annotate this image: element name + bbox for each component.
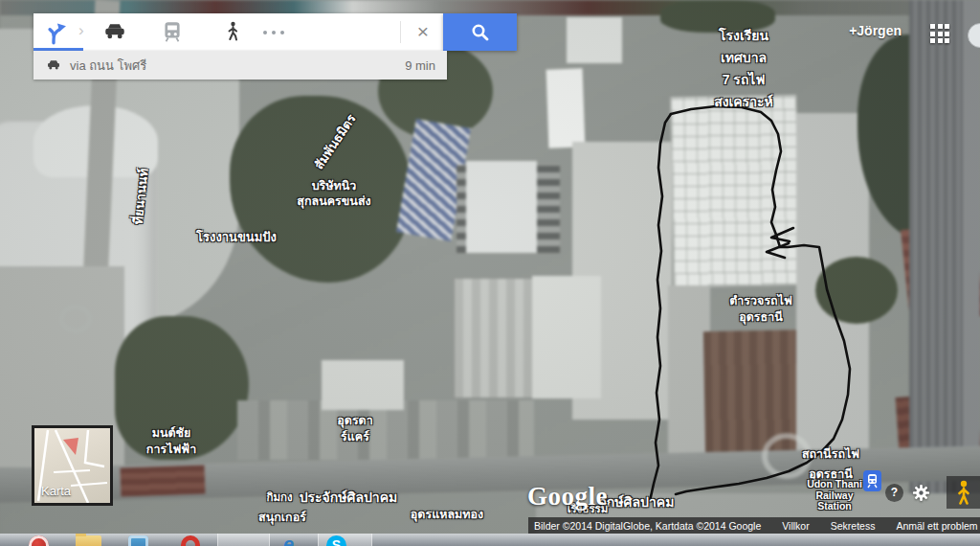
media-player-taskbar-icon[interactable] [29, 535, 49, 546]
route-name: ถนน โพศรี [89, 56, 146, 76]
blue-app-taskbar-icon[interactable] [128, 535, 148, 546]
train-station-icon[interactable] [863, 470, 881, 491]
more-options-icon[interactable] [263, 30, 288, 35]
directions-panel: › [33, 13, 447, 80]
attribution-bar: Bilder ©2014 DigitalGlobe, Kartdata ©201… [528, 517, 980, 534]
chevron-right-icon: › [78, 21, 84, 40]
walk-mode-icon[interactable] [221, 19, 248, 46]
internet-explorer-taskbar-icon[interactable]: e [283, 535, 294, 546]
close-directions-button[interactable]: × [411, 18, 435, 45]
route-via-prefix: via [70, 58, 86, 73]
gear-icon[interactable] [912, 484, 930, 502]
privacy-link[interactable]: Sekretess [831, 520, 876, 532]
pegman-control[interactable] [947, 476, 980, 509]
panel-divider [400, 21, 401, 43]
search-icon [470, 22, 491, 43]
file-explorer-taskbar-icon[interactable] [76, 535, 101, 546]
map-canvas[interactable]: โรงเรียนเทศบาล7 รถไฟสงเคราะห์ที่ยนานนท์ส… [0, 0, 980, 546]
car-icon [45, 57, 62, 73]
satellite-imagery [0, 0, 980, 546]
google-logo[interactable]: Google [527, 482, 608, 512]
inset-map-label: Karta [41, 484, 71, 498]
route-summary-row[interactable]: via ถนน โพศรี 9 min [33, 51, 447, 80]
transit-mode-icon[interactable] [160, 19, 187, 46]
profile-link[interactable]: +Jörgen [849, 23, 902, 38]
help-button[interactable]: ? [885, 484, 903, 502]
transport-mode-bar: › [33, 13, 443, 51]
terms-link[interactable]: Villkor [782, 520, 809, 532]
report-problem-link[interactable]: Anmäl ett problem [896, 520, 977, 532]
screen: โรงเรียนเทศบาล7 รถไฟสงเคราะห์ที่ยนานนท์ส… [0, 0, 980, 546]
search-button[interactable] [443, 13, 517, 51]
apps-grid-icon[interactable] [930, 24, 951, 45]
route-duration: 9 min [405, 58, 435, 73]
opera-taskbar-icon[interactable] [181, 535, 200, 546]
inset-map-toggle[interactable]: Karta [32, 425, 113, 506]
best-route-mode-icon[interactable] [45, 19, 72, 46]
drive-mode-icon[interactable] [102, 19, 129, 46]
pegman-icon [956, 480, 971, 505]
active-app-slot [217, 534, 270, 546]
copyright-text: Bilder ©2014 DigitalGlobe, Kartdata ©201… [528, 520, 761, 532]
taskbar: e S [0, 534, 980, 546]
